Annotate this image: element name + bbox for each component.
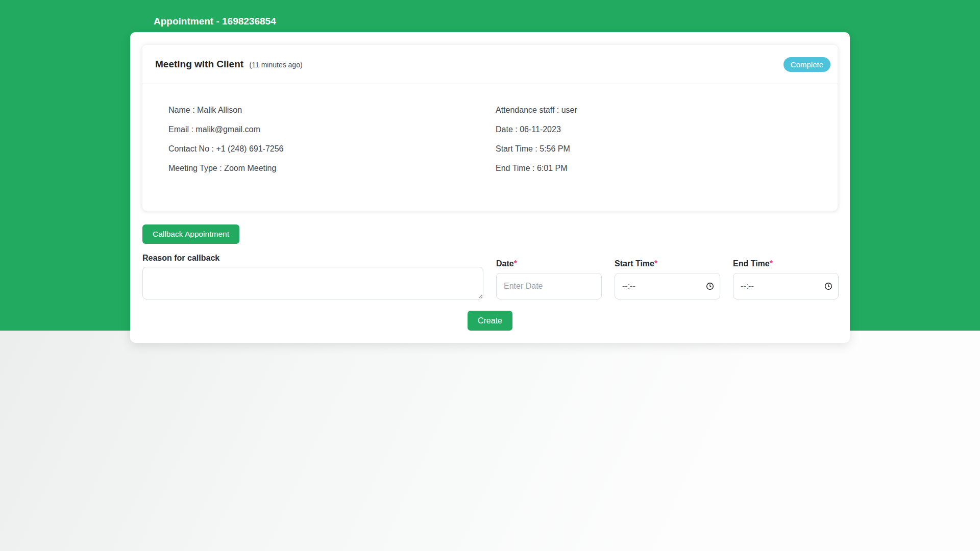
detail-end-time: End Time : 6:01 PM xyxy=(496,163,838,173)
detail-separator: : xyxy=(513,125,520,134)
meeting-detail-card: Meeting with Client (11 minutes ago) Com… xyxy=(142,45,838,211)
detail-contact-no: Contact No : +1 (248) 691-7256 xyxy=(168,144,490,154)
start-time-label: Start Time* xyxy=(615,260,720,268)
reason-textarea[interactable] xyxy=(142,267,483,299)
detail-date-label: Date xyxy=(496,125,513,134)
create-button-row: Create xyxy=(142,311,838,331)
detail-email-value: malik@gmail.com xyxy=(195,125,260,134)
detail-date: Date : 06-11-2023 xyxy=(496,124,838,135)
date-field-group: Date* xyxy=(496,260,602,299)
detail-attendance-staff-value: user xyxy=(561,106,577,114)
end-time-required-mark: * xyxy=(770,259,773,268)
page-title: Appointment - 1698236854 xyxy=(130,0,850,32)
detail-start-time: Start Time : 5:56 PM xyxy=(496,144,838,154)
detail-start-time-label: Start Time xyxy=(496,144,533,153)
start-time-required-mark: * xyxy=(654,259,657,268)
meeting-detail-body: Name : Malik Allison Email : malik@gmail… xyxy=(142,84,838,183)
detail-separator: : xyxy=(209,144,216,153)
detail-attendance-staff-label: Attendance staff xyxy=(496,106,554,114)
detail-date-value: 06-11-2023 xyxy=(520,125,561,134)
end-time-label: End Time* xyxy=(733,260,839,268)
detail-start-time-value: 5:56 PM xyxy=(540,144,570,153)
callback-appointment-button[interactable]: Callback Appointment xyxy=(142,224,239,244)
meeting-title-group: Meeting with Client (11 minutes ago) xyxy=(155,59,303,70)
create-button[interactable]: Create xyxy=(468,311,512,331)
detail-name: Name : Malik Allison xyxy=(168,105,490,115)
end-time-label-text: End Time xyxy=(733,259,770,268)
start-time-input-wrap xyxy=(615,273,720,299)
detail-end-time-label: End Time xyxy=(496,164,530,172)
date-label-text: Date xyxy=(496,259,514,268)
detail-column-right: Attendance staff : user Date : 06-11-202… xyxy=(490,105,838,183)
detail-email: Email : malik@gmail.com xyxy=(168,124,490,135)
detail-attendance-staff: Attendance staff : user xyxy=(496,105,838,115)
reason-label: Reason for callback xyxy=(142,254,483,262)
detail-separator: : xyxy=(530,164,537,172)
detail-meeting-type-label: Meeting Type xyxy=(168,164,217,172)
start-time-label-text: Start Time xyxy=(615,259,654,268)
start-time-field-group: Start Time* xyxy=(615,260,720,299)
reason-field-group: Reason for callback xyxy=(142,254,483,299)
detail-name-value: Malik Allison xyxy=(197,106,242,114)
date-input-wrap xyxy=(496,273,602,299)
meeting-title: Meeting with Client xyxy=(155,59,243,69)
detail-separator: : xyxy=(554,106,561,114)
detail-email-label: Email xyxy=(168,125,189,134)
detail-contact-no-value: +1 (248) 691-7256 xyxy=(216,144,283,153)
meeting-time-ago: (11 minutes ago) xyxy=(250,61,303,69)
detail-name-label: Name xyxy=(168,106,190,114)
detail-separator: : xyxy=(190,106,197,114)
detail-separator: : xyxy=(217,164,224,172)
detail-meeting-type-value: Zoom Meeting xyxy=(224,164,276,172)
detail-end-time-value: 6:01 PM xyxy=(537,164,568,172)
detail-column-left: Name : Malik Allison Email : malik@gmail… xyxy=(142,105,490,183)
end-time-field-group: End Time* xyxy=(733,260,839,299)
detail-separator: : xyxy=(533,144,540,153)
detail-contact-no-label: Contact No xyxy=(168,144,209,153)
complete-button[interactable]: Complete xyxy=(783,57,830,72)
start-time-input[interactable] xyxy=(615,273,720,299)
end-time-input[interactable] xyxy=(733,273,839,299)
callback-form-row: Reason for callback Date* Start Time* xyxy=(142,254,838,299)
date-required-mark: * xyxy=(514,259,517,268)
appointment-card: Meeting with Client (11 minutes ago) Com… xyxy=(130,32,850,343)
meeting-detail-header: Meeting with Client (11 minutes ago) Com… xyxy=(142,45,838,84)
page-content: Appointment - 1698236854 Meeting with Cl… xyxy=(130,0,850,343)
date-label: Date* xyxy=(496,260,602,268)
detail-separator: : xyxy=(189,125,195,134)
detail-meeting-type: Meeting Type : Zoom Meeting xyxy=(168,163,490,173)
end-time-input-wrap xyxy=(733,273,839,299)
date-input[interactable] xyxy=(496,273,602,299)
